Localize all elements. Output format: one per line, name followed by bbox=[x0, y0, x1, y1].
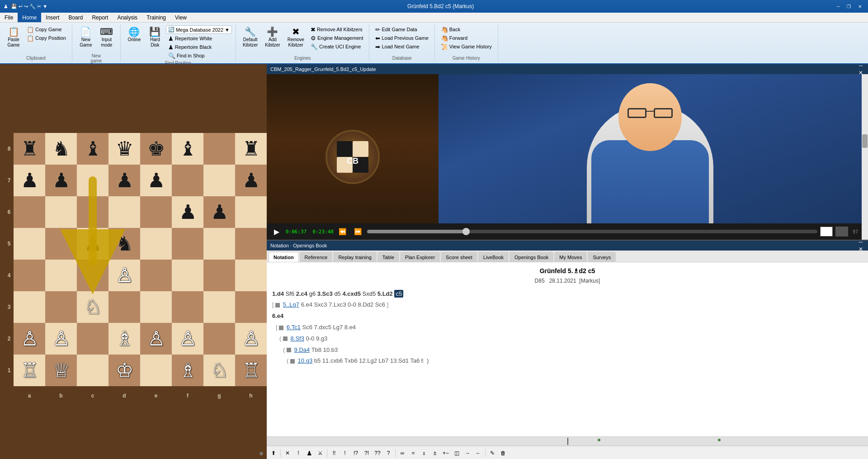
square-c8[interactable]: ♝ bbox=[77, 133, 108, 165]
interrobang-button[interactable]: !? bbox=[351, 448, 361, 458]
repertoire-white-button[interactable]: ♟ Repertoire White bbox=[166, 34, 232, 43]
move-3[interactable]: 3.Sc3 bbox=[317, 290, 333, 297]
tab-livebook[interactable]: LiveBook bbox=[478, 252, 509, 262]
board-resize-handle[interactable] bbox=[257, 449, 263, 455]
tab-table[interactable]: Table bbox=[377, 252, 399, 262]
square-f1[interactable]: ♗ bbox=[172, 355, 203, 386]
new-game-button[interactable]: 📄 NewGame bbox=[76, 25, 96, 52]
double-question-button[interactable]: ?? bbox=[373, 448, 382, 458]
square-d7[interactable]: ♟ bbox=[108, 165, 140, 196]
back-button[interactable]: 🐴 Back bbox=[439, 25, 494, 33]
minimize-button[interactable]: ─ bbox=[834, 3, 843, 10]
video-minimize-button[interactable]: ─ bbox=[857, 62, 864, 69]
menu-training[interactable]: Training bbox=[142, 13, 170, 22]
left-arrow-button[interactable]: ← bbox=[473, 448, 483, 458]
square-b7[interactable]: ♟ bbox=[45, 165, 77, 196]
double-exclaim-button[interactable]: !! bbox=[329, 448, 339, 458]
square-e7[interactable]: ♟ bbox=[140, 165, 172, 196]
tab-surveys[interactable]: Surveys bbox=[588, 252, 616, 262]
sub-var2-move[interactable]: 8.Sf3 bbox=[291, 335, 304, 342]
tab-replay-training[interactable]: Replay training bbox=[333, 252, 376, 262]
square-f2[interactable]: ♙ bbox=[172, 323, 203, 355]
single-exclaim2-button[interactable]: ! bbox=[340, 448, 350, 458]
menu-report[interactable]: Report bbox=[87, 13, 113, 22]
rewind-button[interactable]: ⏪ bbox=[336, 225, 349, 238]
plus-equals-button[interactable]: ⩲ bbox=[419, 448, 429, 458]
sub-var4-move[interactable]: 10.g3 bbox=[298, 357, 313, 364]
add-kibitzer-button[interactable]: ➕ AddKibitzer bbox=[262, 25, 283, 52]
square-e4[interactable] bbox=[140, 260, 172, 291]
mega-database-dropdown[interactable]: 🔄 Mega Database 2022 ▼ bbox=[166, 25, 232, 34]
menu-home[interactable]: Home bbox=[18, 13, 41, 22]
square-f7[interactable] bbox=[172, 165, 203, 196]
square-c3[interactable]: ♘ bbox=[77, 291, 108, 323]
crossed-swords-button[interactable]: ⚔ bbox=[315, 448, 325, 458]
repertoire-black-button[interactable]: ♟ Repertoire Black bbox=[166, 43, 232, 51]
video-scrollbar[interactable] bbox=[862, 64, 868, 240]
tab-openings-book[interactable]: Openings Book bbox=[509, 252, 553, 262]
square-h8[interactable]: ♜ bbox=[235, 133, 267, 165]
square-c5[interactable]: ♟ bbox=[77, 228, 108, 260]
square-b4[interactable] bbox=[45, 260, 77, 291]
square-h4[interactable] bbox=[235, 260, 267, 291]
square-d2[interactable]: ♗ bbox=[108, 323, 140, 355]
square-g1[interactable]: ♘ bbox=[203, 355, 235, 386]
pawn-button[interactable]: ♟ bbox=[304, 448, 314, 458]
move-nf6[interactable]: Sf6 bbox=[286, 290, 296, 297]
square-a5[interactable] bbox=[14, 228, 45, 260]
default-kibitzer-button[interactable]: 🔧 DefaultKibitzer bbox=[240, 25, 261, 52]
square-g8[interactable] bbox=[203, 133, 235, 165]
sub-var3-move[interactable]: 9.Da4 bbox=[294, 346, 310, 353]
remove-kibitzer-button[interactable]: ✖ RemoveKibitzer bbox=[284, 25, 307, 52]
progress-thumb[interactable] bbox=[462, 228, 470, 235]
infinity-button[interactable]: ∞ bbox=[397, 448, 407, 458]
square-h7[interactable]: ♟ bbox=[235, 165, 267, 196]
view-game-history-button[interactable]: 📜 View Game History bbox=[439, 43, 494, 51]
trash-button[interactable]: 🗑 bbox=[498, 448, 508, 458]
online-button[interactable]: 🌐 Online bbox=[124, 25, 144, 52]
square-b8[interactable]: ♞ bbox=[45, 133, 77, 165]
sub-var1-move[interactable]: 6.Tc1 bbox=[287, 324, 301, 331]
move-nxd5[interactable]: Sxd5 bbox=[363, 290, 377, 297]
tab-my-moves[interactable]: My Moves bbox=[554, 252, 587, 262]
square-b1[interactable]: ♕ bbox=[45, 355, 77, 386]
square-c4[interactable] bbox=[77, 260, 108, 291]
square-d3[interactable] bbox=[108, 291, 140, 323]
square-g3[interactable] bbox=[203, 291, 235, 323]
square-g6[interactable]: ♟ bbox=[203, 196, 235, 228]
square-e5[interactable] bbox=[140, 228, 172, 260]
square-a1[interactable]: ♖ bbox=[14, 355, 45, 386]
question-button[interactable]: ? bbox=[383, 448, 393, 458]
pencil-button[interactable]: ✎ bbox=[487, 448, 497, 458]
square-f5[interactable] bbox=[172, 228, 203, 260]
square-e6[interactable] bbox=[140, 196, 172, 228]
square-h6[interactable] bbox=[235, 196, 267, 228]
fast-forward-button[interactable]: ⏩ bbox=[352, 225, 364, 238]
var-move-lg7[interactable]: 5..Lg7 bbox=[283, 301, 299, 308]
square-c6[interactable] bbox=[77, 196, 108, 228]
video-controls[interactable]: ▶ 0:06:37 0:23:48 ⏪ ⏩ 97 bbox=[267, 223, 862, 240]
scrollbar-track[interactable] bbox=[862, 64, 868, 240]
move-start-button[interactable]: ⬆ bbox=[269, 448, 278, 458]
square-a2[interactable]: ♙ bbox=[14, 323, 45, 355]
square-b2[interactable]: ♙ bbox=[45, 323, 77, 355]
menu-insert[interactable]: Insert bbox=[41, 13, 64, 22]
move-5[interactable]: 5.Ld2 bbox=[377, 290, 393, 297]
restore-button[interactable]: ❐ bbox=[844, 3, 854, 10]
square-e2[interactable]: ♙ bbox=[140, 323, 172, 355]
square-d6[interactable] bbox=[108, 196, 140, 228]
input-mode-button[interactable]: ⌨ Inputmode bbox=[97, 25, 117, 52]
move-4[interactable]: 4.cxd5 bbox=[342, 290, 360, 297]
square-f8[interactable]: ♝ bbox=[172, 133, 203, 165]
play-button[interactable]: ▶ bbox=[270, 225, 283, 238]
edit-game-data-button[interactable]: ✏ Edit Game Data bbox=[373, 25, 430, 33]
square-c1[interactable] bbox=[77, 355, 108, 386]
move-6[interactable]: 6.e4 bbox=[272, 312, 283, 319]
move-g6[interactable]: g6 bbox=[309, 290, 317, 297]
find-shop-button[interactable]: 🔍 Find in Shop bbox=[166, 52, 232, 60]
load-next-game-button[interactable]: ➡ Load Next Game bbox=[373, 43, 430, 51]
square-g2[interactable] bbox=[203, 323, 235, 355]
square-h3[interactable] bbox=[235, 291, 267, 323]
plus-minus-button[interactable]: ± bbox=[430, 448, 440, 458]
close-button[interactable]: ✕ bbox=[855, 3, 864, 10]
